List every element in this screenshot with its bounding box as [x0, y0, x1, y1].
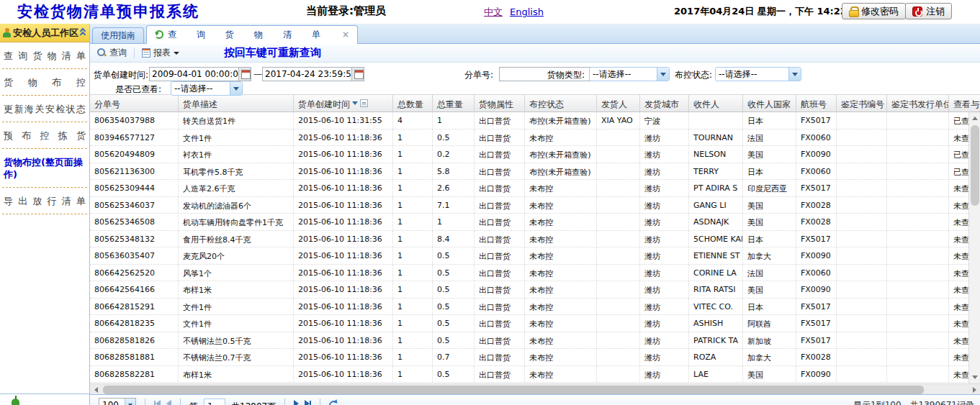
- vertical-scroll-thumb[interactable]: [971, 125, 979, 206]
- sidebar-header[interactable]: 安检人员工作区: [0, 24, 89, 42]
- close-icon[interactable]: ×: [342, 29, 349, 40]
- table-cell: [837, 247, 887, 264]
- table-cell: [837, 265, 887, 281]
- vertical-scrollbar[interactable]: [968, 112, 980, 383]
- table-cell: 5.8: [433, 163, 475, 180]
- page-size-select[interactable]: 100: [99, 398, 136, 405]
- column-header[interactable]: 布控状态: [525, 95, 597, 112]
- sidebar-item[interactable]: 预布控拣货: [2, 122, 87, 149]
- column-header[interactable]: 鉴定书发行单位: [887, 95, 949, 112]
- calendar-icon[interactable]: [351, 68, 364, 81]
- control-status-select[interactable]: --请选择--: [715, 67, 801, 81]
- sidebar-item[interactable]: 更新海关安检状态: [2, 96, 87, 122]
- date-from-input[interactable]: 2009-04-01 00:00:00: [149, 67, 251, 81]
- table-cell: 2015-06-10 11:18:36: [294, 315, 393, 332]
- table-row[interactable]: 806354037988转关自送货1件2015-06-10 11:31:5541…: [90, 112, 980, 129]
- column-header[interactable]: 货单描述: [179, 95, 294, 112]
- column-header[interactable]: 查看与否: [949, 95, 980, 112]
- refresh-page-icon[interactable]: [329, 401, 338, 405]
- page-number-input[interactable]: 1: [204, 399, 225, 405]
- sidebar-item[interactable]: 货物布控(整页面操作): [2, 149, 87, 188]
- table-row[interactable]: 803946577127文件1件2015-06-10 11:18:3610.5出…: [90, 129, 980, 147]
- date-to-input[interactable]: 2017-04-24 23:59:59: [262, 67, 364, 81]
- column-header[interactable]: 航班号: [796, 95, 837, 112]
- last-page-button[interactable]: [305, 400, 311, 405]
- report-button[interactable]: 报表: [140, 45, 181, 60]
- column-header[interactable]: 分单号: [90, 95, 179, 112]
- table-cell: 出口普货: [475, 332, 525, 349]
- column-header-label: 航班号: [801, 99, 827, 111]
- next-page-button[interactable]: [294, 400, 299, 405]
- table-cell: 加拿大: [743, 349, 796, 365]
- table-row[interactable]: 805625309444人造革2.6千克2015-06-10 11:18:361…: [90, 180, 980, 197]
- prev-page-button[interactable]: [166, 400, 171, 405]
- lang-english-link[interactable]: English: [510, 6, 544, 17]
- table-cell: 出口普货: [475, 197, 525, 214]
- table-cell: 美国: [743, 146, 796, 163]
- table-cell: 日本: [743, 163, 796, 180]
- table-cell: FX5017: [796, 231, 837, 247]
- table-row[interactable]: 806828582281布样1米2015-06-10 11:18:3610.5出…: [90, 366, 980, 383]
- table-row[interactable]: 805620494809衬衣1件2015-06-10 11:18:3610.2出…: [90, 146, 980, 163]
- horizontal-scroll-thumb[interactable]: [103, 386, 924, 394]
- sidebar-item[interactable]: 货物布控: [2, 69, 87, 96]
- table-row[interactable]: 806642562520风筝1个2015-06-10 11:18:3610.5出…: [90, 265, 980, 282]
- table-row[interactable]: 806828581881不锈钢法兰0.7千克2015-06-10 11:18:3…: [90, 349, 980, 366]
- table-cell: 布样1米: [179, 366, 294, 383]
- column-header[interactable]: 总重量: [433, 95, 475, 112]
- table-cell: 不锈钢法兰0.5千克: [179, 332, 294, 349]
- viewed-select[interactable]: --请选择--: [171, 81, 243, 96]
- column-header[interactable]: 发货人: [597, 95, 640, 112]
- query-button[interactable]: 查询: [95, 45, 129, 60]
- table-cell: [597, 281, 640, 298]
- column-menu-icon[interactable]: [360, 99, 368, 107]
- table-cell: 出口普货: [475, 129, 525, 146]
- scroll-left-icon[interactable]: [90, 384, 101, 395]
- refresh-icon[interactable]: [155, 30, 163, 39]
- sidebar-item[interactable]: 查询货物清单: [2, 42, 87, 69]
- table-row[interactable]: 805625346508机动车辆用转向盘零件1千克2015-06-10 11:1…: [90, 214, 980, 231]
- first-page-button[interactable]: [154, 400, 161, 405]
- table-cell: 1: [393, 231, 433, 247]
- table-row[interactable]: 806642818235文件1件2015-06-10 11:18:3610.5出…: [90, 315, 980, 332]
- table-row[interactable]: 806642815291文件1件2015-06-10 11:18:3610.5出…: [90, 299, 980, 316]
- column-header-label: 收件人: [693, 99, 719, 111]
- table-row[interactable]: 805621136300耳机零件5.8千克2015-06-10 11:18:36…: [90, 163, 980, 181]
- table-row[interactable]: 805636035407麦克风20个2015-06-10 11:18:3610.…: [90, 247, 980, 265]
- table-cell: 机动车辆用转向盘零件1千克: [179, 214, 294, 230]
- table-cell: 潍坊: [640, 299, 689, 315]
- column-header[interactable]: 货物属性: [475, 95, 525, 112]
- tab-query-cargo-list[interactable]: 查询货物清单 ×: [146, 25, 358, 44]
- table-cell: 出口普货: [475, 180, 525, 196]
- column-header[interactable]: 总数量: [393, 95, 433, 112]
- table-cell: [597, 299, 640, 315]
- table-cell: 2015-06-10 11:18:36: [294, 299, 393, 315]
- cargo-type-select[interactable]: --请选择--: [589, 67, 670, 81]
- table-cell: 日本: [743, 299, 796, 315]
- table-row[interactable]: 806828581826不锈钢法兰0.5千克2015-06-10 11:18:3…: [90, 332, 980, 350]
- tab-user-guide[interactable]: 使用指南: [92, 27, 144, 43]
- table-cell: 2.6: [433, 180, 475, 196]
- horizontal-scrollbar[interactable]: [90, 383, 980, 394]
- table-row[interactable]: 805625348132食用干粉丝8.4千克2015-06-10 11:18:3…: [90, 231, 980, 248]
- sidebar-item[interactable]: 导出放行清单: [2, 188, 87, 214]
- table-cell: [887, 366, 949, 383]
- scroll-right-icon[interactable]: [969, 384, 980, 395]
- collapse-up-icon[interactable]: [80, 29, 87, 37]
- column-header[interactable]: 收件人: [689, 95, 743, 112]
- table-row[interactable]: 805625346037发动机的滤油器6个2015-06-10 11:18:36…: [90, 197, 980, 214]
- column-header[interactable]: 收件人国家: [743, 95, 796, 112]
- calendar-icon[interactable]: [238, 68, 251, 81]
- total-pages-label: 共13907页: [231, 401, 276, 405]
- scroll-down-icon[interactable]: [969, 372, 980, 383]
- column-header[interactable]: 货单创建时间: [294, 95, 393, 112]
- column-header[interactable]: 发货城市: [640, 95, 689, 112]
- table-row[interactable]: 806642564166布样1米2015-06-10 11:18:3610.5出…: [90, 281, 980, 299]
- scroll-up-icon[interactable]: [969, 112, 980, 124]
- toolbar-separator: [134, 47, 135, 58]
- lang-chinese-link[interactable]: 中文: [484, 6, 503, 17]
- logout-button[interactable]: 注销: [905, 3, 952, 19]
- change-password-button[interactable]: 修改密码: [842, 3, 906, 19]
- table-cell: 潍坊: [640, 180, 689, 196]
- column-header[interactable]: 鉴定书编号: [837, 95, 887, 112]
